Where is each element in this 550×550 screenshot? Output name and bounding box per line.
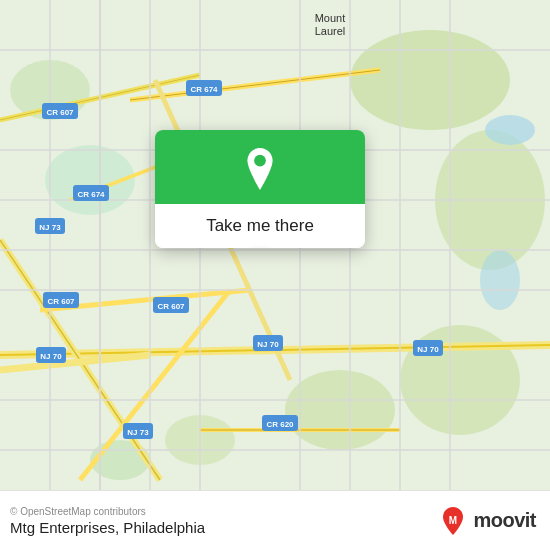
svg-point-9 xyxy=(485,115,535,145)
location-name: Mtg Enterprises, Philadelphia xyxy=(10,519,205,536)
moovit-brand-icon: M xyxy=(437,505,469,537)
moovit-logo[interactable]: M moovit xyxy=(437,505,536,537)
copyright-text: © OpenStreetMap contributors xyxy=(10,506,205,517)
svg-text:CR 674: CR 674 xyxy=(190,85,218,94)
footer: © OpenStreetMap contributors Mtg Enterpr… xyxy=(0,490,550,550)
location-pin-icon xyxy=(239,148,281,190)
svg-text:NJ 73: NJ 73 xyxy=(39,223,61,232)
svg-point-6 xyxy=(285,370,395,450)
svg-text:M: M xyxy=(449,514,457,525)
map-container: CR 607 CR 674 CR 674 NJ 73 CR 607 CR 607… xyxy=(0,0,550,490)
svg-point-1 xyxy=(350,30,510,130)
svg-text:CR 607: CR 607 xyxy=(46,108,74,117)
take-me-there-button[interactable]: Take me there xyxy=(155,204,365,248)
popup-card[interactable]: Take me there xyxy=(155,130,365,248)
svg-text:CR 674: CR 674 xyxy=(77,190,105,199)
svg-point-10 xyxy=(480,250,520,310)
svg-text:CR 607: CR 607 xyxy=(47,297,75,306)
svg-text:NJ 73: NJ 73 xyxy=(127,428,149,437)
svg-point-65 xyxy=(254,155,266,167)
svg-text:CR 620: CR 620 xyxy=(266,420,294,429)
svg-text:Laurel: Laurel xyxy=(315,25,346,37)
svg-text:NJ 70: NJ 70 xyxy=(257,340,279,349)
popup-green-section xyxy=(155,130,365,204)
moovit-brand-text: moovit xyxy=(473,509,536,532)
svg-text:Mount: Mount xyxy=(315,12,346,24)
svg-text:CR 607: CR 607 xyxy=(157,302,185,311)
svg-text:NJ 70: NJ 70 xyxy=(417,345,439,354)
svg-text:NJ 70: NJ 70 xyxy=(40,352,62,361)
footer-left: © OpenStreetMap contributors Mtg Enterpr… xyxy=(10,506,205,536)
